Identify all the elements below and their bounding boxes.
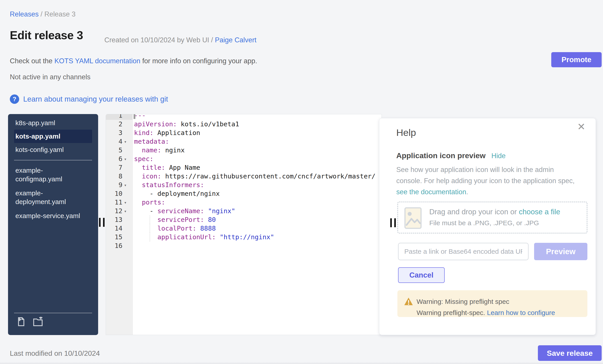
close-icon[interactable]: ✕ xyxy=(577,122,585,132)
code-line-5[interactable]: name: nginx xyxy=(134,146,382,154)
image-placeholder-icon xyxy=(404,207,422,230)
token-plain: kots.io/v1beta1 xyxy=(177,120,239,128)
fold-arrow-icon[interactable]: ▾ xyxy=(122,198,132,207)
warning-detail: Warning preflight-spec. Learn how to con… xyxy=(417,309,555,317)
yaml-code-editor[interactable]: 1234▾56▾789▾1011▾12▾13141516 ---apiVersi… xyxy=(106,114,382,335)
fold-arrow-icon[interactable]: ▾ xyxy=(122,137,132,146)
warning-icon xyxy=(404,298,413,306)
indent-guide xyxy=(150,215,150,224)
breadcrumb-current: Release 3 xyxy=(44,10,76,18)
save-release-button[interactable]: Save release xyxy=(538,345,602,361)
sidebar-resize-handle-bar-right[interactable] xyxy=(103,218,104,227)
fold-spacer xyxy=(122,215,132,224)
breadcrumb-releases-link[interactable]: Releases xyxy=(10,10,39,18)
new-file-icon[interactable] xyxy=(16,317,26,328)
bottom-edge xyxy=(0,362,603,364)
git-help-link[interactable]: Learn about managing your releases with … xyxy=(23,95,168,103)
icon-dropzone[interactable]: Drag and drop your icon or choose a file… xyxy=(397,202,587,233)
sidebar-file-kots-config-yaml[interactable]: kots-config.yaml xyxy=(14,143,92,156)
see-documentation-link[interactable]: see the documentation xyxy=(396,188,466,196)
code-line-12[interactable]: - serviceName: "nginx" xyxy=(134,207,382,215)
gutter-line-16: 16 xyxy=(106,242,132,250)
fold-spacer xyxy=(122,242,132,250)
help-resize-handle-bar-left[interactable] xyxy=(390,218,392,227)
line-number: 10 xyxy=(106,189,122,198)
token-key: metadata: xyxy=(134,138,169,145)
gutter-line-2: 2 xyxy=(106,120,132,129)
token-plain xyxy=(134,164,142,171)
line-number: 14 xyxy=(106,224,122,233)
code-line-9[interactable]: statusInformers: xyxy=(134,181,382,189)
breadcrumb-separator: / xyxy=(39,10,44,18)
token-key: spec: xyxy=(134,155,153,163)
help-panel: ✕ Help Application icon preview Hide See… xyxy=(379,118,596,335)
edit-release-page: { "colors":{"accent_indigo":"#6b6be8","l… xyxy=(0,0,603,364)
token-plain: - xyxy=(134,207,157,215)
gutter-line-15: 15 xyxy=(106,233,132,242)
code-line-10[interactable]: - deployment/nginx xyxy=(134,189,382,198)
gutter-line-1: 1 xyxy=(106,114,132,120)
token-key: applicationUrl: xyxy=(157,233,216,241)
sidebar-file-kots-app-yaml[interactable]: kots-app.yaml xyxy=(14,130,92,143)
hide-link[interactable]: Hide xyxy=(491,152,506,160)
fold-arrow-icon[interactable]: ▾ xyxy=(122,207,132,215)
kots-yaml-doc-link[interactable]: KOTS YAML documentation xyxy=(54,57,140,65)
promote-button[interactable]: Promote xyxy=(551,52,602,67)
code-line-11[interactable]: ports: xyxy=(134,198,382,207)
sidebar-resize-handle-bar-left[interactable] xyxy=(99,218,101,227)
editor-code-area[interactable]: ---apiVersion: kots.io/v1beta1kind: Appl… xyxy=(134,114,382,250)
fold-spacer xyxy=(122,129,132,137)
code-line-6[interactable]: spec: xyxy=(134,154,382,163)
code-line-4[interactable]: metadata: xyxy=(134,137,382,146)
file-sidebar: k8s-app.yamlkots-app.yamlkots-config.yam… xyxy=(8,114,98,335)
fold-spacer xyxy=(122,224,132,233)
token-key: serviceName: xyxy=(157,207,204,215)
learn-configure-link[interactable]: Learn how to configure xyxy=(487,309,555,316)
token-plain: https://raw.githubusercontent.com/cncf/a… xyxy=(161,172,375,180)
token-meta: --- xyxy=(134,114,146,119)
gutter-line-9: 9▾ xyxy=(106,181,132,189)
token-key: name: xyxy=(142,146,161,154)
fold-arrow-icon[interactable]: ▾ xyxy=(122,154,132,163)
code-line-3[interactable]: kind: Application xyxy=(134,129,382,137)
code-line-8[interactable]: icon: https://raw.githubusercontent.com/… xyxy=(134,172,382,181)
code-line-14[interactable]: localPort: 8888 xyxy=(134,224,382,233)
cancel-button[interactable]: Cancel xyxy=(398,267,445,283)
token-plain: App Name xyxy=(165,164,200,171)
code-line-13[interactable]: servicePort: 80 xyxy=(134,215,382,224)
line-number: 15 xyxy=(106,233,122,242)
choose-file-link[interactable]: choose a file xyxy=(519,208,560,216)
help-resize-handle-bar-right[interactable] xyxy=(394,218,396,227)
new-folder-icon[interactable] xyxy=(32,317,44,328)
token-key: icon: xyxy=(142,172,161,180)
code-line-16[interactable] xyxy=(134,242,382,250)
sidebar-file-example-deployment-yaml[interactable]: example-deployment.yaml xyxy=(14,187,92,208)
preview-button[interactable]: Preview xyxy=(534,243,587,260)
fold-arrow-icon[interactable]: ▾ xyxy=(122,181,132,189)
sidebar-file-k8s-app-yaml[interactable]: k8s-app.yaml xyxy=(14,116,92,130)
intro-suffix: for more info on configuring your app. xyxy=(140,57,257,65)
breadcrumb: Releases / Release 3 xyxy=(10,10,76,18)
sidebar-file-example-service-yaml[interactable]: example-service.yaml xyxy=(14,210,92,222)
code-line-7[interactable]: title: App Name xyxy=(134,163,382,172)
gutter-line-6: 6▾ xyxy=(106,154,132,163)
token-key: ports: xyxy=(134,199,165,206)
token-num2: 8888 xyxy=(196,225,216,232)
fold-spacer xyxy=(122,146,132,154)
author-link[interactable]: Paige Calvert xyxy=(215,36,256,44)
preflight-warning-box: Warning: Missing preflight spec Warning … xyxy=(397,290,587,317)
code-line-1[interactable]: --- xyxy=(134,114,382,120)
token-num2: 80 xyxy=(204,216,216,223)
token-plain xyxy=(134,146,142,154)
code-line-15[interactable]: applicationUrl: "http://nginx" xyxy=(134,233,382,242)
line-number: 12 xyxy=(106,207,122,215)
file-list-examples: example-configmap.yamlexample-deployment… xyxy=(8,165,98,222)
code-line-2[interactable]: apiVersion: kots.io/v1beta1 xyxy=(134,120,382,129)
page-title: Edit release 3 xyxy=(10,29,83,42)
channel-status: Not active in any channels xyxy=(10,73,91,81)
indent-guide xyxy=(150,224,150,233)
icon-url-input[interactable] xyxy=(398,243,529,260)
text-cursor xyxy=(134,114,135,119)
sidebar-file-example-configmap-yaml[interactable]: example-configmap.yaml xyxy=(14,165,92,185)
gutter-line-12: 12▾ xyxy=(106,207,132,215)
